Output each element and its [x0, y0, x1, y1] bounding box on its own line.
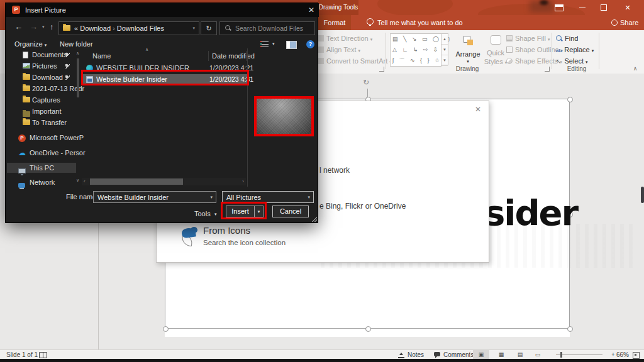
drawing-dialog-launcher-icon[interactable] — [545, 67, 550, 72]
sidebar-scrollbar-thumb[interactable] — [77, 58, 79, 97]
align-text-button[interactable]: Align Text — [318, 45, 360, 55]
view-normal-button[interactable]: ▣ — [473, 350, 489, 359]
breadcrumb-download[interactable]: Download — [80, 25, 111, 32]
sidebar-item-onedrive[interactable]: ☁OneDrive - Persor — [7, 148, 76, 158]
horizontal-scrollbar[interactable]: ‹ › — [82, 178, 246, 185]
ribbon-display-options-icon[interactable] — [550, 0, 567, 15]
sidebar-item-2021-07-13[interactable]: 2021-07-13 Redr — [7, 84, 76, 94]
dialog-title-bar[interactable]: P Insert Picture ✕ — [6, 3, 319, 17]
chevron-down-icon[interactable]: ▾ — [210, 192, 213, 203]
close-icon[interactable]: ✕ — [475, 105, 481, 114]
chevron-down-icon[interactable]: ▾ — [272, 37, 275, 51]
minimize-button[interactable] — [574, 0, 591, 15]
scroll-right-icon[interactable]: › — [242, 178, 244, 185]
from-icons-title[interactable]: From Icons — [203, 225, 250, 236]
up-icon[interactable]: ↑ — [50, 20, 54, 34]
sidebar-item-download[interactable]: Download — [7, 72, 76, 82]
sidebar-item-network[interactable]: Network — [7, 177, 76, 187]
arrange-icon — [464, 36, 474, 46]
refresh-icon[interactable]: ↻ — [201, 21, 217, 35]
text-direction-button[interactable]: Text Direction — [318, 33, 372, 43]
sidebar-scroll-down-icon[interactable]: ∨ — [76, 178, 79, 183]
resize-grip[interactable] — [312, 217, 317, 222]
annotation-selected-file — [81, 70, 249, 85]
forward-icon[interactable]: → — [30, 20, 38, 34]
shape-outline-button[interactable]: Shape Outline — [506, 45, 563, 55]
shapes-gallery[interactable]: ▤ ╲ ↘ ▭ ◯ ▢ △ ∟ ↳ ⇨ ⇩ ⌂ ʃ ⌒ ∿ { } ☆ — [390, 33, 441, 67]
sidebar-item-pictures[interactable]: Pictures — [7, 61, 76, 71]
search-input[interactable]: Search Download Files — [219, 21, 315, 35]
spell-check-icon[interactable] — [39, 352, 47, 358]
arrange-button[interactable]: Arrange ▾ — [454, 33, 482, 68]
help-icon[interactable]: ? — [306, 40, 314, 48]
scroll-up-icon[interactable]: ▲ — [441, 34, 448, 45]
column-separator[interactable] — [208, 51, 209, 61]
chevron-down-icon[interactable]: ▾ — [308, 192, 310, 203]
horizontal-scrollbar-thumb[interactable] — [90, 178, 183, 185]
select-button[interactable]: ↖Select — [556, 56, 587, 66]
contextual-tab-drawing-tools[interactable]: Drawing Tools — [318, 0, 358, 15]
gallery-more-icon[interactable]: ▼ — [441, 55, 448, 66]
zoom-slider-track[interactable] — [557, 354, 602, 355]
fit-to-window-icon[interactable] — [633, 352, 640, 359]
tools-menu[interactable]: Tools — [194, 208, 211, 220]
sidebar-item-to-transfer[interactable]: To Transfer — [7, 118, 76, 128]
selection-handle-bottom[interactable] — [365, 326, 371, 332]
sidebar-item-documents[interactable]: Documents — [7, 50, 76, 60]
breadcrumb-download-files[interactable]: Download Files — [117, 25, 164, 32]
breadcrumb-path[interactable]: « Download›Download Files — [74, 22, 164, 35]
file-name-combobox[interactable]: Website Builder Insider ▾ — [93, 191, 216, 203]
selection-handle-top-right[interactable] — [567, 97, 573, 102]
blurred-title-text — [540, 0, 548, 5]
notes-button[interactable]: Notes — [408, 350, 424, 359]
chevron-down-icon[interactable]: ▾ — [214, 208, 217, 220]
new-folder-button[interactable]: New folder — [60, 37, 93, 51]
sidebar-item-important[interactable]: Important — [7, 106, 76, 116]
chevron-down-icon[interactable]: ▾ — [192, 22, 195, 35]
sidebar-scroll-up-icon[interactable]: ∧ — [76, 51, 79, 56]
scroll-left-icon[interactable]: ‹ — [84, 178, 86, 185]
rotation-handle-icon[interactable]: ↻ — [363, 78, 369, 87]
view-slide-sorter-button[interactable]: ▦ — [493, 350, 509, 359]
scroll-down-icon[interactable]: ▼ — [441, 45, 448, 55]
shape-glyph-row: △ ∟ ↳ ⇨ ⇩ ⌂ — [392, 45, 439, 55]
column-header-name[interactable]: Name — [92, 51, 111, 61]
find-button[interactable]: Find — [556, 33, 578, 43]
zoom-percentage[interactable]: 66% — [616, 350, 629, 359]
restore-button[interactable] — [595, 0, 613, 15]
paragraph-dialog-launcher-icon[interactable] — [379, 67, 384, 72]
tab-format[interactable]: Format — [318, 15, 351, 30]
selection-handle-bottom-left[interactable] — [163, 326, 169, 332]
shape-effects-button[interactable]: Shape Effects — [506, 56, 562, 66]
collapse-ribbon-icon[interactable]: ∧ — [629, 65, 641, 73]
ribbon-separator — [552, 33, 552, 69]
column-separator[interactable] — [246, 51, 247, 61]
cancel-button[interactable]: Cancel — [272, 206, 309, 217]
shape-fill-button[interactable]: Shape Fill — [506, 33, 550, 43]
view-details-icon[interactable] — [261, 41, 269, 47]
recent-locations-chevron-icon[interactable]: ▾ — [42, 20, 45, 34]
sidebar-item-captures[interactable]: Captures — [7, 95, 76, 105]
ribbon-separator — [386, 33, 386, 69]
view-slideshow-button[interactable]: ▭ — [530, 350, 546, 359]
vertical-scrollbar-thumb[interactable] — [641, 187, 644, 203]
quick-styles-button[interactable]: Quick Styles — [483, 33, 508, 68]
close-window-button[interactable]: ✕ — [619, 0, 636, 15]
tell-me-box[interactable]: Tell me what you want to do — [377, 15, 463, 30]
close-icon[interactable]: ✕ — [304, 3, 319, 17]
convert-smartart-button[interactable]: Convert to SmartArt — [318, 56, 392, 66]
from-icons-bird-icon — [180, 227, 201, 247]
share-button[interactable]: Share — [611, 15, 638, 30]
replace-button[interactable]: abReplace — [556, 45, 594, 55]
back-icon[interactable]: ← — [14, 20, 23, 34]
shapes-gallery-scroll[interactable]: ▲▼▼ — [441, 33, 448, 65]
preview-pane-icon[interactable] — [286, 41, 297, 49]
sidebar-item-this-pc[interactable]: This PC — [7, 163, 76, 173]
selection-handle-bottom-right[interactable] — [567, 326, 573, 332]
zoom-slider-thumb[interactable] — [560, 352, 562, 358]
dialog-toolbar: Organize New folder ▾ ? — [6, 37, 319, 51]
column-header-date-modified[interactable]: Date modified — [212, 51, 255, 61]
breadcrumb[interactable]: « Download›Download Files ▾ — [58, 21, 199, 35]
view-reading-button[interactable]: ▤ — [512, 350, 528, 359]
sidebar-item-microsoft-powerpoint[interactable]: PMicrosoft PowerP — [7, 133, 76, 143]
